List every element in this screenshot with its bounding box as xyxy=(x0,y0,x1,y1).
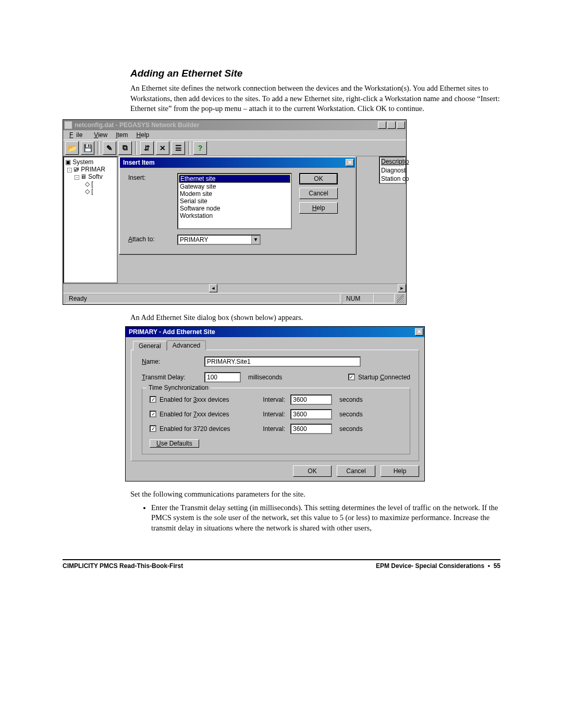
section-title: Adding an Ethernet Site xyxy=(130,68,500,79)
insert-item-dialog: Insert Item ✕ Insert: Ethernet site Gate… xyxy=(119,156,356,254)
name-field[interactable] xyxy=(204,356,361,367)
enable-7xxx-checkbox[interactable]: ✓ xyxy=(150,411,156,417)
col-station: Station co xyxy=(381,175,404,183)
col-diagnostic: Diagnosti xyxy=(381,166,404,175)
help-button[interactable]: Help xyxy=(299,202,338,214)
close-button[interactable]: ✕ xyxy=(397,121,405,129)
dialog-close-icon[interactable]: ✕ xyxy=(346,159,354,166)
page-footer: CIMPLICITY PMCS Read-This-Book-First EPM… xyxy=(63,562,500,570)
tree-root[interactable]: ▣ System xyxy=(65,158,116,166)
insert-label: Insert: xyxy=(128,173,170,181)
dialog-titlebar: Insert Item ✕ xyxy=(120,157,355,168)
help-icon[interactable]: ? xyxy=(193,141,207,155)
interval-3720-field[interactable] xyxy=(290,424,332,434)
tab-general[interactable]: General xyxy=(133,341,167,351)
tree-pane[interactable]: ▣ System -🖳 PRIMAR -🖥 Softv ◇ [ ◇ [ xyxy=(63,156,118,283)
footer-dot: • xyxy=(486,562,493,570)
option-gateway-site[interactable]: Gateway site xyxy=(179,183,290,190)
dialog2-title: PRIMARY - Add Ethernet Site xyxy=(127,328,415,336)
menu-view[interactable]: View xyxy=(91,131,111,139)
attach-value: PRIMARY xyxy=(178,236,251,243)
tool-icon-1[interactable]: ✎ xyxy=(103,141,116,155)
dialog2-close-icon[interactable]: ✕ xyxy=(415,328,423,336)
enable-7xxx-label: Enabled for 7xxx devices xyxy=(160,411,229,418)
col-header-1[interactable]: Descriptio xyxy=(381,157,404,166)
attach-combo[interactable]: PRIMARY ▼ xyxy=(177,235,261,245)
tool-icon-2[interactable]: ⧉ xyxy=(118,141,132,155)
save-icon[interactable]: 💾 xyxy=(81,141,94,155)
screenshot-network-builder: netconfig.dat - PEGASYS Network Builder … xyxy=(63,119,407,305)
interval-label-3: Interval: xyxy=(249,425,285,433)
use-defaults-button[interactable]: Use Defaults xyxy=(150,439,199,448)
menu-help[interactable]: Help xyxy=(133,131,153,139)
option-workstation[interactable]: Workstation xyxy=(179,212,290,219)
transmit-delay-unit: milliseconds xyxy=(248,374,282,381)
dialog2-titlebar: PRIMARY - Add Ethernet Site ✕ xyxy=(126,327,424,337)
open-icon[interactable]: 📂 xyxy=(65,141,79,155)
tab-advanced[interactable]: Advanced xyxy=(167,340,206,350)
interval-7xxx-unit: seconds xyxy=(339,411,363,418)
interval-label-2: Interval: xyxy=(249,411,285,418)
app-titlebar: netconfig.dat - PEGASYS Network Builder … xyxy=(63,120,406,130)
enable-3xxx-label: Enabled for 3xxx devices xyxy=(160,396,229,403)
menu-item[interactable]: Item xyxy=(113,131,131,139)
ok-button[interactable]: OK xyxy=(299,173,338,184)
properties-icon[interactable]: ☰ xyxy=(172,141,185,155)
delete-icon[interactable]: ✕ xyxy=(156,141,169,155)
status-empty xyxy=(374,294,395,303)
screenshot-add-ethernet-site: PRIMARY - Add Ethernet Site ✕ General Ad… xyxy=(125,326,425,482)
tree-primary[interactable]: -🖳 PRIMAR xyxy=(65,166,116,173)
tree-child-2[interactable]: ◇ [ xyxy=(65,188,116,195)
menubar: File View Item Help xyxy=(63,130,406,140)
toolbar: 📂 💾 ✎ ⧉ ⇵ ✕ ☰ ? xyxy=(63,140,406,156)
insert-listbox[interactable]: Ethernet site Gateway site Modem site Se… xyxy=(177,173,292,229)
footer-page-number: 55 xyxy=(494,562,500,570)
chevron-down-icon[interactable]: ▼ xyxy=(251,236,260,244)
tree-child-1[interactable]: ◇ [ xyxy=(65,180,116,188)
transmit-delay-label: Transmit Delay: xyxy=(142,374,204,381)
enable-3720-checkbox[interactable]: ✓ xyxy=(150,425,156,432)
intro-paragraph: An Ethernet site defines the network con… xyxy=(130,83,500,114)
interval-3xxx-unit: seconds xyxy=(339,396,363,403)
minimize-button[interactable]: _ xyxy=(378,121,386,129)
attach-label: Attach to: xyxy=(128,235,170,243)
status-ready: Ready xyxy=(65,294,340,303)
dialog2-cancel-button[interactable]: Cancel xyxy=(337,465,375,477)
tab-panel-general: Name: Transmit Delay: milliseconds ✓ Sta… xyxy=(131,350,419,461)
app-icon xyxy=(64,121,72,129)
cancel-button[interactable]: Cancel xyxy=(299,188,338,199)
option-modem-site[interactable]: Modem site xyxy=(179,190,290,198)
menu-file[interactable]: File xyxy=(66,131,89,139)
enable-3720-label: Enabled for 3720 devices xyxy=(160,425,230,433)
maximize-button[interactable]: □ xyxy=(387,121,396,129)
dialog2-help-button[interactable]: Help xyxy=(381,465,419,477)
name-label: Name: xyxy=(142,358,204,365)
dialog-title: Insert Item xyxy=(121,159,346,166)
tree-softv[interactable]: -🖥 Softv xyxy=(65,173,116,180)
interval-7xxx-field[interactable] xyxy=(290,409,332,419)
option-ethernet-site[interactable]: Ethernet site xyxy=(179,175,290,183)
para-set-params: Set the following communications paramet… xyxy=(130,490,500,499)
grid-columns: Descriptio Diagnosti Station co xyxy=(379,156,406,184)
startup-connected-checkbox[interactable]: ✓ xyxy=(348,374,355,380)
interval-label-1: Interval: xyxy=(249,396,285,403)
option-serial-site[interactable]: Serial site xyxy=(179,198,290,205)
status-num: NUM xyxy=(342,294,374,303)
scroll-left-icon[interactable]: ◄ xyxy=(209,284,217,292)
transmit-delay-field[interactable] xyxy=(204,372,241,382)
app-title: netconfig.dat - PEGASYS Network Builder xyxy=(75,121,378,129)
time-sync-legend: Time Synchronization xyxy=(146,384,211,391)
interval-3xxx-field[interactable] xyxy=(290,394,332,405)
tool-icon-3[interactable]: ⇵ xyxy=(140,141,154,155)
time-sync-fieldset: Time Synchronization ✓ Enabled for 3xxx … xyxy=(142,388,410,454)
enable-3xxx-checkbox[interactable]: ✓ xyxy=(150,396,156,403)
footer-left: CIMPLICITY PMCS Read-This-Book-First xyxy=(63,562,183,570)
dialog2-ok-button[interactable]: OK xyxy=(293,465,332,477)
startup-connected-label: Startup Connected xyxy=(358,374,410,381)
option-software-node[interactable]: Software node xyxy=(179,205,290,212)
hscrollbar[interactable]: ◄ ► xyxy=(63,283,406,293)
interval-3720-unit: seconds xyxy=(339,425,363,433)
statusbar: Ready NUM xyxy=(63,293,406,304)
resize-grip-icon[interactable] xyxy=(397,294,404,303)
scroll-right-icon[interactable]: ► xyxy=(398,284,406,292)
